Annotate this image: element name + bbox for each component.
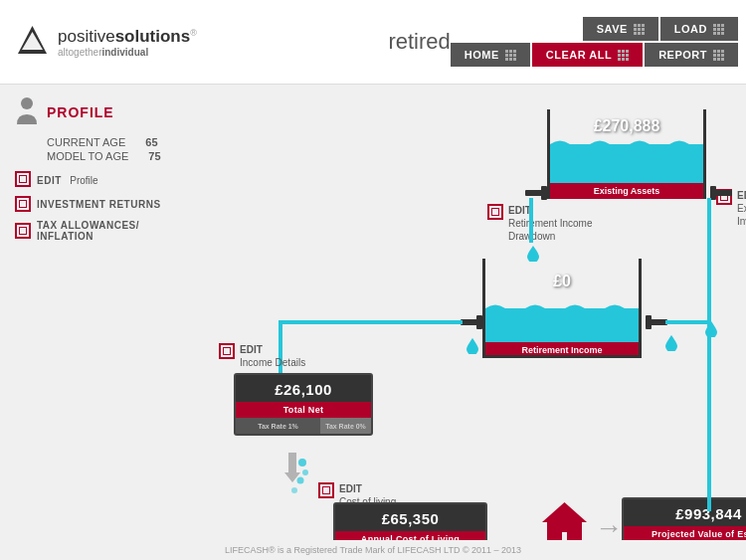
nav-buttons: SAVE LOAD HOME bbox=[451, 9, 746, 75]
droplet-4 bbox=[665, 335, 677, 355]
edit-tax-button[interactable]: TAX ALLOWANCES/ INFLATION bbox=[15, 220, 204, 242]
edit-income-icon bbox=[219, 343, 235, 359]
person-icon bbox=[15, 96, 39, 128]
svg-rect-8 bbox=[476, 315, 482, 329]
report-grid-icon bbox=[713, 50, 724, 61]
edit-profile-icon bbox=[15, 171, 31, 187]
projected-estate-box: £993,844 Projected Value of Estate bbox=[622, 497, 746, 544]
annual-cost-amount: £65,350 bbox=[335, 504, 485, 531]
svg-point-2 bbox=[21, 97, 33, 109]
main-content: PROFILE CURRENT AGE 65 MODEL TO AGE 75 E… bbox=[0, 85, 746, 540]
pipe-retirement-right bbox=[665, 320, 711, 324]
tax-bar-1: Tax Rate 1% bbox=[236, 418, 320, 434]
svg-rect-5 bbox=[714, 190, 732, 196]
home-button[interactable]: HOME bbox=[451, 43, 530, 67]
tap-retirement-right bbox=[640, 313, 667, 331]
logo-icon bbox=[15, 24, 50, 59]
nav-row-bottom: HOME CLEAR ALL REPORT bbox=[451, 43, 738, 67]
projected-estate-amount: £993,844 bbox=[624, 499, 746, 526]
investment-returns-label: INVESTMENT RETURNS bbox=[37, 199, 161, 210]
edit-profile-label: EDIT Profile bbox=[37, 170, 98, 188]
pipe-right-down bbox=[707, 198, 711, 317]
svg-rect-3 bbox=[525, 190, 543, 196]
retirement-income-tank: Retirement Income £0 bbox=[482, 259, 642, 358]
logo-tagline: altogetherindividual bbox=[58, 47, 197, 58]
tap-retirement-left bbox=[461, 313, 488, 331]
clear-grid-icon bbox=[618, 50, 629, 61]
total-net-amount: £26,100 bbox=[236, 375, 371, 402]
save-button[interactable]: SAVE bbox=[583, 17, 658, 41]
edit-retirement-drawdown[interactable]: EDIT Retirement IncomeDrawdown bbox=[487, 204, 592, 243]
existing-assets-label: Existing Assets bbox=[550, 183, 703, 199]
droplet-3 bbox=[466, 338, 478, 358]
existing-assets-wave bbox=[550, 137, 703, 151]
edit-tax-icon bbox=[15, 223, 31, 239]
svg-point-11 bbox=[298, 459, 306, 467]
edit-investment-inner bbox=[19, 200, 27, 208]
pipe-to-income bbox=[279, 320, 463, 324]
left-panel: PROFILE CURRENT AGE 65 MODEL TO AGE 75 E… bbox=[0, 85, 219, 254]
edit-tax-inner bbox=[19, 227, 27, 235]
footer: LIFECASH® is a Registered Trade Mark of … bbox=[0, 540, 746, 560]
nav-row-top: SAVE LOAD bbox=[583, 17, 738, 41]
profile-title: PROFILE bbox=[47, 104, 114, 120]
edit-drawdown-icon bbox=[487, 204, 503, 220]
existing-assets-amount: £270,888 bbox=[547, 117, 706, 135]
report-button[interactable]: REPORT bbox=[645, 43, 738, 67]
app-title: retired bbox=[388, 29, 450, 55]
tax-bar-2: Tax Rate 0% bbox=[320, 418, 371, 434]
current-age-row: CURRENT AGE 65 bbox=[47, 136, 204, 148]
header: positivesolutions® altogetherindividual … bbox=[0, 0, 746, 85]
retirement-wave bbox=[485, 301, 639, 315]
tax-bars: Tax Rate 1% Tax Rate 0% bbox=[236, 418, 371, 434]
edit-investment-icon bbox=[15, 196, 31, 212]
edit-icon-inner bbox=[19, 175, 27, 183]
cost-arrows bbox=[280, 453, 310, 506]
edit-income-details[interactable]: EDIT Income Details bbox=[219, 343, 305, 369]
pipe-existing-to-retirement bbox=[529, 198, 533, 243]
logo-text: positivesolutions® bbox=[58, 27, 197, 47]
svg-point-12 bbox=[302, 469, 308, 475]
edit-investment-button[interactable]: INVESTMENT RETURNS bbox=[15, 196, 204, 212]
profile-header: PROFILE bbox=[15, 96, 204, 128]
load-grid-icon bbox=[713, 24, 724, 35]
edit-cost-icon bbox=[318, 482, 334, 498]
load-button[interactable]: LOAD bbox=[660, 17, 738, 41]
model-age-row: MODEL TO AGE 75 bbox=[47, 150, 204, 162]
svg-point-13 bbox=[297, 477, 304, 484]
svg-rect-7 bbox=[461, 319, 478, 325]
total-net-label: Total Net bbox=[236, 402, 371, 418]
save-grid-icon bbox=[634, 24, 645, 35]
edit-profile-button[interactable]: EDIT Profile bbox=[15, 170, 204, 188]
edit-tax-label: TAX ALLOWANCES/ INFLATION bbox=[37, 220, 139, 242]
logo-area: positivesolutions® altogetherindividual bbox=[0, 14, 308, 71]
existing-assets-tank: Existing Assets £270,888 bbox=[547, 90, 706, 199]
svg-rect-10 bbox=[646, 315, 652, 329]
clear-all-button[interactable]: CLEAR ALL bbox=[532, 43, 643, 67]
home-grid-icon bbox=[505, 50, 516, 61]
retirement-income-amount: £0 bbox=[482, 273, 642, 290]
diagram-area: Existing Assets £270,888 EDIT Existing I… bbox=[219, 85, 746, 520]
total-net-box: £26,100 Total Net Tax Rate 1% Tax Rate 0… bbox=[234, 373, 373, 436]
pipe-estate-vertical bbox=[707, 317, 711, 511]
footer-text: LIFECASH® is a Registered Trade Mark of … bbox=[225, 545, 521, 555]
svg-point-14 bbox=[291, 487, 297, 493]
